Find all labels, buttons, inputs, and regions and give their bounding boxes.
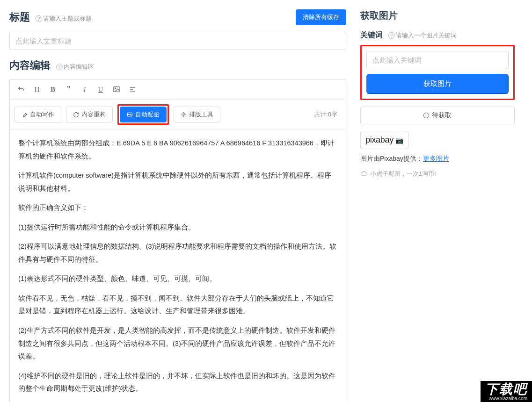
cloud-icon <box>360 171 368 178</box>
action-toolbar: 自动写作 内容重构 自动配图 排版工具 共计:0字 <box>10 100 346 130</box>
auto-write-button[interactable]: 自动写作 <box>15 107 61 122</box>
footer-note: 小虎子配图，一次1淘币! <box>360 170 515 178</box>
svg-point-1 <box>115 88 116 89</box>
article-title-input[interactable] <box>9 32 346 50</box>
pixabay-badge: pixabay📷 <box>360 131 408 149</box>
info-icon: ? <box>388 32 395 39</box>
provider-info: 图片由Pixabay提供：更多图片 <box>360 155 515 163</box>
main-panel: 标题 ?请输入主题或标题 清除所有缓存 内容编辑 ?内容编辑区 H B " I … <box>0 0 356 402</box>
title-hint: ?请输入主题或标题 <box>36 15 92 22</box>
paragraph: 软件看不见，无色，枯燥，看不见，摸不到，闻不到。软件大部分存在于人们的头脑或纸上… <box>18 292 337 318</box>
image-icon[interactable] <box>110 83 123 95</box>
paragraph: (1)提供运行时所需功能和性能的命令或计算机程序集合。 <box>18 221 337 234</box>
underline-icon[interactable]: U <box>94 83 107 95</box>
heading-icon[interactable]: H <box>30 83 44 95</box>
quote-icon[interactable]: " <box>62 83 75 95</box>
paragraph: (4)维护不同的硬件是旧的，理论上软件是旧的，并不坏，但实际上软件也是旧的和坏的… <box>18 370 337 395</box>
auto-image-button[interactable]: 自动配图 <box>120 107 167 122</box>
paragraph: 整个计算机系统由两部分组成：E.69DA 5 E 6 BA 9062616964… <box>18 137 337 163</box>
info-icon: ? <box>56 64 63 70</box>
pending-button[interactable]: 待获取 <box>360 107 515 124</box>
editor-content[interactable]: 整个计算机系统由两部分组成：E.69DA 5 E 6 BA 9062616964… <box>10 130 346 402</box>
circle-icon <box>423 113 429 118</box>
info-icon: ? <box>36 15 42 22</box>
restructure-button[interactable]: 内容重构 <box>66 107 113 122</box>
paragraph: (1)表达形式不同的硬件类型、颜色、味道、可见、可摸、可闻。 <box>18 273 337 286</box>
sidebar-title: 获取图片 <box>360 9 515 22</box>
keyword-input[interactable] <box>366 51 509 69</box>
camera-icon: 📷 <box>395 136 403 144</box>
title-header: 标题 ?请输入主题或标题 清除所有缓存 <box>9 9 346 25</box>
keyword-header: 关键词 ?请输入一个图片关键词 <box>360 30 515 40</box>
layout-tool-button[interactable]: 排版工具 <box>174 107 220 122</box>
watermark: 下载吧 www.xiazaiba.com <box>481 381 532 402</box>
paragraph: 计算机软件(computer software)是指计算机系统中除硬件以外的所有… <box>18 169 337 195</box>
svg-point-6 <box>183 114 184 115</box>
content-header: 内容编辑 ?内容编辑区 <box>9 58 346 72</box>
editor: H B " I U 自动写作 内容重构 自动配图 排版工具 共计:0字 整个计算… <box>9 79 346 402</box>
paragraph: 软件的正确含义如下： <box>18 201 337 215</box>
undo-icon[interactable] <box>15 83 28 95</box>
format-toolbar: H B " I U <box>10 79 346 100</box>
keyword-highlight-box: 获取图片 <box>360 45 515 100</box>
italic-icon[interactable]: I <box>78 83 91 95</box>
pixabay-logo: pixabay📷 <box>365 135 403 145</box>
align-left-icon[interactable] <box>126 83 139 95</box>
keyword-hint: ?请输入一个图片关键词 <box>388 32 457 39</box>
auto-image-highlight: 自动配图 <box>117 104 169 125</box>
paragraph: (2)程序可以满意地处理信息的数据结构。(3)说明程序功能要求和程序需要的文档的… <box>18 240 337 266</box>
fetch-image-button[interactable]: 获取图片 <box>366 74 509 94</box>
content-hint: ?内容编辑区 <box>56 63 94 70</box>
word-count: 共计:0字 <box>314 110 341 119</box>
sidebar-panel: 获取图片 关键词 ?请输入一个图片关键词 获取图片 待获取 pixabay📷 图… <box>356 0 524 402</box>
title-label: 标题 <box>9 11 30 23</box>
clear-cache-button[interactable]: 清除所有缓存 <box>296 9 346 25</box>
bold-icon[interactable]: B <box>46 83 59 95</box>
more-images-link[interactable]: 更多图片 <box>423 155 449 162</box>
content-label: 内容编辑 <box>9 59 51 71</box>
keyword-label: 关键词 <box>360 31 383 39</box>
paragraph: (2)生产方式不同的软件是开发，是人类智能的高发挥，而不是传统意义上的硬件制造。… <box>18 324 337 363</box>
